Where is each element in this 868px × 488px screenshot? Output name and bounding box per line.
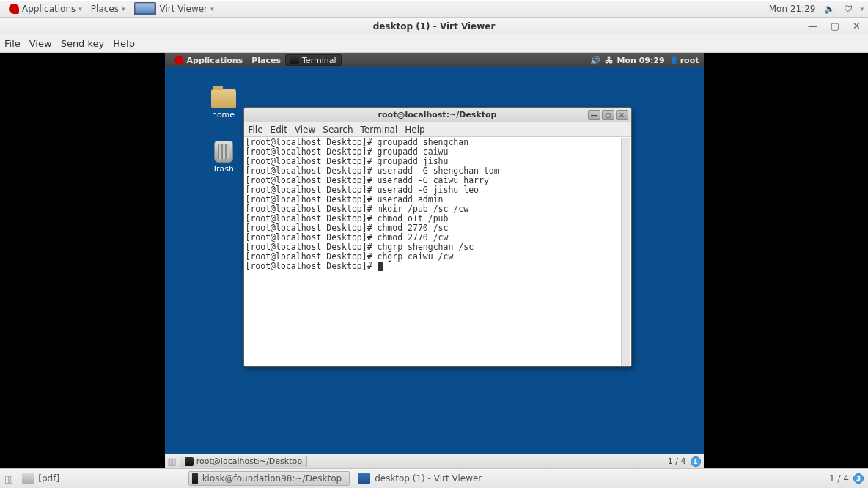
network-icon[interactable] [605, 56, 613, 65]
terminal-icon [185, 457, 194, 466]
guest-top-panel: Applications Places Terminal Mon 09:29 r… [165, 53, 704, 67]
host-places-menu[interactable]: Places ▾ [87, 0, 130, 17]
virt-titlebar[interactable]: desktop (1) - Virt Viewer — ▢ ✕ [0, 18, 868, 34]
virt-menu-file[interactable]: File [4, 38, 21, 49]
guest-places-label: Places [251, 56, 281, 65]
redhat-icon [174, 56, 183, 64]
user-icon [669, 56, 680, 65]
guest-applications-label: Applications [187, 56, 243, 65]
guest-bottom-task[interactable]: root@localhost:~/Desktop [180, 456, 307, 467]
host-workspace-badge[interactable]: 3 [853, 473, 864, 484]
desktop-icon-home-label: home [198, 110, 249, 119]
chevron-down-icon: ▾ [210, 5, 214, 12]
terminal-close-button[interactable]: ✕ [616, 110, 628, 120]
guest-user[interactable]: root [669, 56, 699, 65]
guest-bottom-task-label: root@localhost:~/Desktop [196, 456, 302, 466]
guest-user-label: root [680, 56, 699, 65]
virt-menubar: File View Send key Help [0, 34, 868, 53]
volume-icon[interactable] [820, 4, 839, 14]
terminal-menubar: File Edit View Search Terminal Help [244, 122, 631, 137]
chevron-down-icon: ▾ [860, 5, 864, 12]
hide-windows-icon[interactable] [168, 456, 177, 467]
close-button[interactable]: ✕ [853, 21, 861, 32]
virt-menu-view[interactable]: View [29, 38, 52, 49]
host-task-terminal[interactable]: kiosk@foundation98:~/Desktop [188, 471, 350, 486]
terminal-body[interactable]: [root@localhost Desktop]# groupadd sheng… [244, 137, 631, 366]
pdf-icon [22, 473, 34, 484]
host-places-label: Places [91, 4, 119, 14]
terminal-minimize-button[interactable]: — [588, 110, 600, 120]
terminal-menu-view[interactable]: View [295, 125, 315, 135]
guest-places-menu[interactable]: Places [247, 56, 285, 65]
trash-icon [214, 141, 233, 163]
desktop-icon-trash-label: Trash [198, 164, 249, 174]
host-top-panel: Applications ▾ Places ▾ Virt Viewer ▾ Mo… [0, 0, 868, 18]
host-applications-label: Applications [22, 4, 76, 14]
minimize-button[interactable]: — [808, 21, 817, 32]
host-bottom-panel: [pdf] kiosk@foundation98:~/Desktop deskt… [0, 468, 868, 488]
terminal-menu-edit[interactable]: Edit [271, 125, 287, 135]
chevron-down-icon: ▾ [78, 5, 82, 12]
desktop-icon-trash[interactable]: Trash [198, 141, 249, 174]
host-clock[interactable]: Mon 21:29 [765, 4, 820, 14]
virt-content: Applications Places Terminal Mon 09:29 r… [0, 53, 868, 468]
security-icon[interactable] [839, 4, 857, 14]
host-running-app[interactable]: Virt Viewer ▾ [130, 0, 218, 17]
guest-desktop-area: Applications Places Terminal Mon 09:29 r… [165, 53, 704, 468]
virt-menu-help[interactable]: Help [113, 38, 135, 49]
host-task-pdf-label: [pdf] [38, 473, 59, 484]
guest-task-label: Terminal [302, 56, 336, 65]
terminal-icon [290, 56, 299, 64]
terminal-menu-file[interactable]: File [249, 125, 263, 135]
guest-workspace-text: 1 / 4 [668, 456, 686, 466]
host-applications-menu[interactable]: Applications ▾ [4, 0, 87, 17]
host-task-virtviewer[interactable]: desktop (1) - Virt Viewer [356, 471, 517, 486]
guest-applications-menu[interactable]: Applications [169, 55, 248, 65]
terminal-maximize-button[interactable]: ▢ [602, 110, 614, 120]
terminal-titlebar[interactable]: root@localhost:~/Desktop — ▢ ✕ [244, 108, 631, 122]
hide-windows-icon[interactable] [4, 473, 13, 484]
terminal-title: root@localhost:~/Desktop [378, 110, 497, 119]
guest-clock[interactable]: Mon 09:29 [617, 56, 665, 65]
terminal-menu-terminal[interactable]: Terminal [361, 125, 398, 135]
sound-icon[interactable] [590, 56, 600, 65]
host-workspace-text: 1 / 4 [829, 473, 849, 484]
guest-bottom-panel: root@localhost:~/Desktop 1 / 4 1 [165, 454, 704, 468]
guest-workspace-badge[interactable]: 1 [691, 456, 701, 467]
chevron-down-icon: ▾ [122, 5, 125, 12]
host-app-label: Virt Viewer [160, 4, 208, 14]
desktop-icon-home[interactable]: home [198, 89, 249, 119]
terminal-text[interactable]: [root@localhost Desktop]# groupadd sheng… [246, 138, 621, 366]
guest-desktop[interactable]: home Trash root@localhost:~/Desktop — ▢ … [165, 67, 704, 454]
redhat-icon [9, 4, 19, 14]
virt-title: desktop (1) - Virt Viewer [373, 21, 496, 32]
display-icon [358, 473, 370, 484]
host-task-pdf[interactable]: [pdf] [19, 471, 67, 486]
virt-viewer-icon [134, 2, 156, 15]
terminal-window: root@localhost:~/Desktop — ▢ ✕ File Edit… [243, 107, 632, 367]
virt-viewer-window: desktop (1) - Virt Viewer — ▢ ✕ File Vie… [0, 18, 868, 468]
guest-task-terminal[interactable]: Terminal [285, 54, 342, 66]
terminal-icon [192, 473, 198, 484]
terminal-menu-search[interactable]: Search [323, 125, 353, 135]
terminal-scrollbar[interactable] [621, 138, 630, 366]
terminal-menu-help[interactable]: Help [405, 125, 424, 135]
host-task-terminal-label: kiosk@foundation98:~/Desktop [202, 473, 342, 484]
host-task-virtviewer-label: desktop (1) - Virt Viewer [375, 473, 482, 484]
folder-icon [211, 89, 236, 108]
virt-menu-sendkey[interactable]: Send key [61, 38, 105, 49]
maximize-button[interactable]: ▢ [831, 21, 839, 32]
